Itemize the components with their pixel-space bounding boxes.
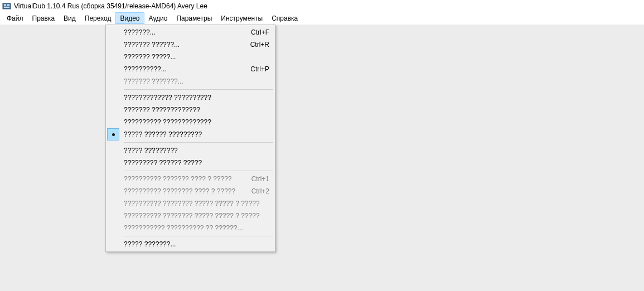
menu-item-shortcut: Ctrl+F	[251, 28, 269, 36]
video-dropdown: ???????...Ctrl+F??????? ??????...Ctrl+R?…	[105, 25, 275, 252]
window-title: VirtualDub 1.10.4 Rus (сборка 35491/rele…	[14, 2, 207, 10]
video-menu-item[interactable]: ????? ???????...	[107, 238, 274, 250]
menu-item-label: ?????????? ?????????????	[124, 118, 211, 126]
video-menu-item[interactable]: ??????????...Ctrl+P	[107, 63, 274, 75]
menu-separator	[124, 142, 273, 143]
menu-edit[interactable]: Правка	[28, 12, 60, 24]
video-menu-item[interactable]: ???????...Ctrl+F	[107, 26, 274, 38]
menu-item-label: ???????...	[124, 28, 156, 36]
menu-item-label: ????????????? ??????????	[124, 94, 211, 101]
video-menu-item: ??????????? ?????????? ?? ??????...	[107, 222, 274, 234]
menu-item-label: ????? ?????? ?????????	[124, 130, 202, 138]
svg-rect-3	[4, 7, 9, 8]
menu-item-shortcut: Ctrl+R	[250, 41, 269, 48]
svg-rect-1	[4, 4, 6, 6]
menu-item-label: ??????? ???????...	[124, 77, 183, 85]
video-menu-item: ?????????? ???????? ???? ? ?????Ctrl+2	[107, 185, 274, 197]
video-menu-item: ?????????? ??????? ???? ? ?????Ctrl+1	[107, 173, 274, 185]
menu-item-label: ??????????...	[124, 65, 167, 73]
menu-item-shortcut: Ctrl+P	[250, 65, 269, 73]
video-menu-item[interactable]: ????????? ?????? ?????	[107, 157, 274, 169]
menu-tools[interactable]: Инструменты	[216, 12, 267, 24]
video-menu-item: ?????????? ???????? ????? ????? ? ?????	[107, 210, 274, 222]
menu-video[interactable]: Видео	[115, 12, 144, 24]
video-menu-item[interactable]: ????? ?????????	[107, 144, 274, 157]
workarea: ???????...Ctrl+F??????? ??????...Ctrl+R?…	[0, 25, 644, 291]
menu-item-label: ??????? ?????...	[124, 53, 176, 61]
menu-item-shortcut: Ctrl+2	[251, 187, 269, 195]
video-menu-item[interactable]: ??????? ??????...Ctrl+R	[107, 38, 274, 51]
menu-file[interactable]: Файл	[2, 12, 28, 24]
menu-item-label: ?????????? ???????? ????? ????? ? ?????	[124, 212, 260, 220]
video-menu-item[interactable]: ????????????? ??????????	[107, 91, 274, 104]
menu-item-label: ?????????? ???????? ???? ? ?????	[124, 187, 235, 195]
video-menu-item[interactable]: ????? ?????? ?????????	[107, 128, 274, 140]
radio-bullet-icon	[107, 128, 119, 140]
menu-item-label: ??????????? ?????????? ?? ??????...	[124, 224, 243, 232]
menu-view[interactable]: Вид	[59, 12, 80, 24]
video-menu-item[interactable]: ??????? ?????????????	[107, 104, 274, 116]
app-icon	[2, 2, 11, 11]
menu-separator	[124, 89, 273, 90]
video-menu-item[interactable]: ??????? ?????...	[107, 51, 274, 63]
video-menu-item: ?????????? ???????? ????? ????? ? ?????	[107, 197, 274, 210]
menu-separator	[124, 236, 273, 236]
menu-item-label: ????????? ?????? ?????	[124, 159, 202, 167]
menu-separator	[124, 171, 273, 171]
menu-item-label: ?????????? ???????? ????? ????? ? ?????	[124, 200, 260, 207]
menu-item-shortcut: Ctrl+1	[251, 175, 269, 183]
menu-help[interactable]: Справка	[267, 12, 302, 24]
menu-bar: Файл Правка Вид Переход Видео Аудио Пара…	[0, 12, 644, 25]
menu-item-label: ??????? ??????...	[124, 41, 180, 48]
svg-rect-0	[3, 3, 11, 9]
menu-item-label: ????? ???????...	[124, 240, 176, 248]
video-menu-item: ??????? ???????...	[107, 75, 274, 88]
video-menu-item[interactable]: ?????????? ?????????????	[107, 116, 274, 128]
svg-rect-2	[7, 4, 9, 6]
menu-item-label: ????? ?????????	[124, 147, 178, 154]
menu-item-label: ??????? ?????????????	[124, 106, 200, 114]
menu-audio[interactable]: Аудио	[144, 12, 172, 24]
title-bar: VirtualDub 1.10.4 Rus (сборка 35491/rele…	[0, 0, 644, 12]
menu-go[interactable]: Переход	[80, 12, 116, 24]
menu-params[interactable]: Параметры	[172, 12, 216, 24]
menu-item-label: ?????????? ??????? ???? ? ?????	[124, 175, 232, 183]
